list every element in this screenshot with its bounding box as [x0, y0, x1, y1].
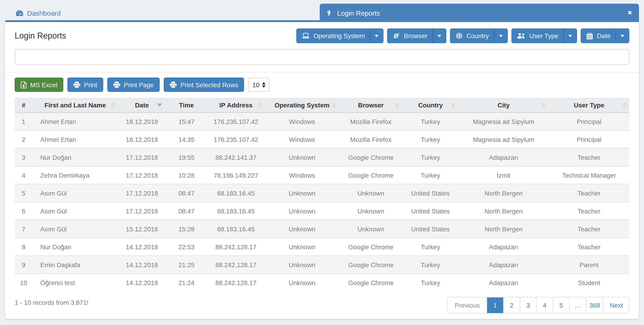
column-header-browser[interactable]: Browser: [339, 98, 402, 113]
table-cell: Turkey: [402, 256, 458, 274]
table-cell: 88.242.128.17: [207, 238, 265, 256]
print-selected-rows-button[interactable]: Print Selected Rows: [164, 78, 244, 92]
table-row[interactable]: 6Asım Gül17.12.201808:4768.183.16.45Unkn…: [15, 202, 629, 220]
page-item-4[interactable]: 4: [536, 297, 553, 313]
table-cell: 10: [15, 274, 32, 291]
table-row[interactable]: 5Asım Gül17.12.201808:4768.183.16.45Unkn…: [15, 184, 629, 202]
table-cell: Turkey: [402, 130, 458, 148]
table-cell: 14.12.2018: [118, 256, 166, 274]
column-header-city[interactable]: City: [458, 98, 549, 113]
print-page-button[interactable]: Print Page: [107, 78, 160, 92]
table-cell: Unknown: [265, 202, 339, 220]
page-item-2[interactable]: 2: [503, 297, 520, 313]
tab-dashboard[interactable]: Dashboard: [5, 4, 320, 22]
filter-browser-caret[interactable]: [432, 29, 446, 43]
page-item-368[interactable]: 368: [586, 297, 604, 313]
tab-login-reports[interactable]: Login Reports ✖: [320, 4, 639, 22]
sort-icon: [542, 102, 546, 108]
chevron-down-icon: [620, 35, 624, 37]
table-cell: Emin Daşkafa: [32, 256, 118, 274]
search-input[interactable]: [15, 49, 629, 65]
page-item-1[interactable]: 1: [487, 297, 503, 313]
table-row[interactable]: 9Emin Daşkafa14.12.201821:2588.242.128.1…: [15, 256, 629, 274]
table-cell: Student: [549, 274, 629, 291]
filter-label: Country: [466, 32, 489, 40]
table-cell: Magnesia ad Sipylum: [458, 113, 549, 130]
table-cell: North Bergen: [458, 184, 549, 202]
table-cell: Magnesia ad Sipylum: [458, 130, 549, 148]
table-cell: 2: [15, 130, 32, 148]
table-cell: Mozilla Firefox: [339, 113, 402, 130]
table-row[interactable]: 4Zehra Demirkaya17.12.201810:2878.186.14…: [15, 166, 629, 184]
filter-user-type-caret[interactable]: [564, 29, 577, 43]
excel-file-icon: [21, 81, 26, 88]
table-cell: Adapazarı: [458, 238, 549, 256]
column-label: City: [498, 101, 510, 109]
table-cell: 17.12.2018: [118, 166, 166, 184]
table-cell: Asım Gül: [32, 202, 118, 220]
filter-country: Country: [450, 29, 508, 43]
table-header-row: #First and Last NameDateTimeIP AddressOp…: [15, 98, 629, 113]
table-cell: 17.12.2018: [118, 148, 166, 166]
table-cell: 8: [15, 238, 32, 256]
page-item-ellipsis[interactable]: …: [569, 297, 586, 313]
filter-user-type-button[interactable]: User Type: [512, 29, 564, 43]
filter-operating-system-button[interactable]: Operating System: [297, 29, 370, 43]
page-item-5[interactable]: 5: [553, 297, 569, 313]
table-cell: Unknown: [265, 220, 339, 238]
ms-excel-button[interactable]: MS Excel: [15, 78, 63, 92]
filter-label: Browser: [404, 32, 428, 40]
filter-date-caret[interactable]: [616, 29, 629, 43]
table-cell: Parent: [549, 256, 629, 274]
table-cell: 17.12.2018: [118, 202, 166, 220]
column-header-first-and-last-name[interactable]: First and Last Name: [32, 98, 118, 113]
table-row[interactable]: 2Ahmet Ertan18.12.201814:35176.235.107.4…: [15, 130, 629, 148]
toolbar: MS Excel Print: [15, 78, 629, 92]
filter-date-button[interactable]: Date: [582, 29, 616, 43]
table-row[interactable]: 1Ahmet Ertan18.12.201815:47176.235.107.4…: [15, 113, 629, 130]
table-cell: Teacher: [549, 184, 629, 202]
close-icon[interactable]: ✖: [628, 10, 632, 16]
table-cell: 21:25: [166, 256, 207, 274]
print-button[interactable]: Print: [68, 78, 103, 92]
table-cell: 4: [15, 166, 32, 184]
table-cell: Asım Gül: [32, 220, 118, 238]
table-cell: Mozilla Firefox: [339, 130, 402, 148]
table-row[interactable]: 3Nur Doğan17.12.201819:5588.242.141.37Un…: [15, 148, 629, 166]
table-cell: Windows: [265, 130, 339, 148]
column-header-ip-address[interactable]: IP Address: [207, 98, 265, 113]
filter-label: Operating System: [314, 32, 365, 40]
filter-user-type: User Type: [512, 29, 577, 43]
column-header-date[interactable]: Date: [118, 98, 166, 113]
table-cell: Adapazarı: [458, 274, 549, 291]
chevron-down-icon: [438, 35, 441, 37]
calendar-icon: [586, 32, 593, 39]
table-cell: 08:47: [166, 202, 207, 220]
table-cell: İzmit: [458, 166, 549, 184]
column-header-user-type[interactable]: User Type: [549, 98, 629, 113]
table-row[interactable]: 8Nur Doğan14.12.201822:5388.242.128.17Un…: [15, 238, 629, 256]
page-item-3[interactable]: 3: [520, 297, 536, 313]
filter-country-caret[interactable]: [494, 29, 507, 43]
page-item-next[interactable]: Next: [603, 297, 629, 313]
column-header-country[interactable]: Country: [402, 98, 458, 113]
print-label: Print: [84, 81, 97, 88]
table-cell: Principal: [549, 113, 629, 130]
table-cell: Windows: [265, 166, 339, 184]
column-label: User Type: [574, 101, 604, 109]
filter-browser-button[interactable]: Browser: [388, 29, 432, 43]
browser-icon: [393, 32, 400, 40]
filter-operating-system-caret[interactable]: [370, 29, 383, 43]
filter-country-button[interactable]: Country: [450, 29, 494, 43]
page-size-stepper[interactable]: 10: [248, 78, 270, 92]
table-row[interactable]: 7Asım Gül15.12.201815:2868.183.16.45Unkn…: [15, 220, 629, 238]
table-cell: 14:35: [166, 130, 207, 148]
page-item-previous[interactable]: Previous: [448, 297, 487, 313]
column-label: First and Last Name: [44, 101, 106, 109]
table-cell: Google Chrome: [339, 238, 402, 256]
stepper-arrows-icon[interactable]: [262, 82, 265, 88]
sort-desc-icon: [157, 103, 162, 107]
table-row[interactable]: 10Öğrenci test14.12.201821:2488.242.128.…: [15, 274, 629, 291]
table-cell: Turkey: [402, 148, 458, 166]
column-header-operating-system[interactable]: Operating System: [265, 98, 339, 113]
